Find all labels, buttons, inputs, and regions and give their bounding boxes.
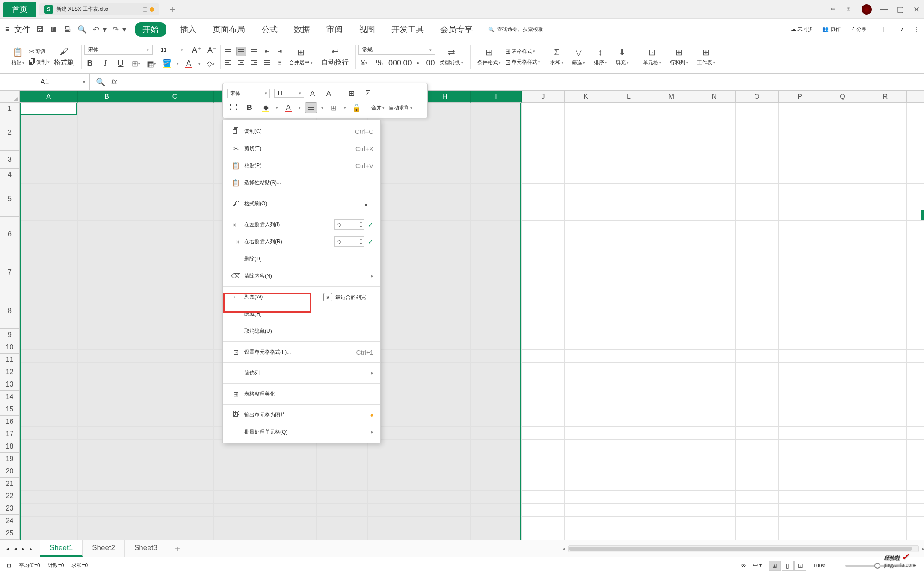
cell[interactable]	[214, 452, 265, 465]
sheet-nav-first[interactable]: |◂	[5, 546, 9, 552]
cell[interactable]	[864, 103, 907, 115]
undo-icon[interactable]: ↶	[93, 25, 99, 34]
cell[interactable]	[821, 440, 864, 452]
cell[interactable]	[607, 115, 650, 152]
cell[interactable]	[471, 414, 522, 427]
cell[interactable]	[864, 491, 907, 504]
cell[interactable]	[20, 388, 78, 401]
ctx-delete[interactable]: 删除(D)	[223, 250, 380, 267]
row-header-16[interactable]: 16	[0, 416, 20, 428]
cell[interactable]	[317, 491, 368, 504]
cell[interactable]	[693, 452, 736, 465]
cell[interactable]	[20, 363, 78, 375]
cell[interactable]	[565, 465, 607, 478]
cell[interactable]	[693, 414, 736, 427]
cell[interactable]	[607, 465, 650, 478]
cell[interactable]	[565, 152, 607, 171]
cell[interactable]	[736, 221, 779, 257]
cell[interactable]	[522, 529, 565, 540]
row-header-3[interactable]: 3	[0, 151, 20, 169]
cell[interactable]	[779, 337, 821, 350]
zoom-out-button[interactable]: —	[833, 563, 838, 569]
cell[interactable]	[419, 184, 471, 221]
cell[interactable]	[265, 478, 317, 491]
cell[interactable]	[471, 363, 522, 375]
ctx-export-img[interactable]: 🖼输出单元格为图片♦	[223, 406, 380, 423]
cell[interactable]	[650, 401, 693, 414]
sheet-tab-Sheet3[interactable]: Sheet3	[125, 540, 167, 557]
row-header-1[interactable]: 1	[0, 103, 20, 115]
cell[interactable]	[265, 504, 317, 517]
menu-tab-5[interactable]: 审阅	[324, 22, 345, 37]
cell[interactable]	[368, 517, 419, 529]
tab-home[interactable]: 首页	[3, 2, 36, 17]
justify-icon[interactable]	[262, 58, 272, 67]
cell[interactable]	[864, 257, 907, 300]
cell[interactable]	[471, 257, 522, 300]
print-preview-icon[interactable]: 🔍	[77, 25, 87, 34]
print-icon[interactable]: 🖶	[64, 25, 71, 34]
cell[interactable]	[565, 414, 607, 427]
menu-file[interactable]: 文件	[14, 24, 30, 35]
cell[interactable]	[736, 171, 779, 184]
cell[interactable]	[522, 478, 565, 491]
cell[interactable]	[565, 103, 607, 115]
ctx-clear[interactable]: ⌫清除内容(N)▸	[223, 267, 380, 284]
format-painter-icon[interactable]: 🖌	[60, 47, 68, 56]
search-input[interactable]: 🔍 查找命令、搜索模板	[488, 26, 543, 33]
sheet-nav-next[interactable]: ▸	[22, 546, 24, 552]
cell[interactable]	[650, 491, 693, 504]
cell[interactable]	[419, 300, 471, 337]
increase-decimal-icon[interactable]: .00→	[405, 57, 416, 68]
cell[interactable]	[565, 504, 607, 517]
cell[interactable]	[368, 452, 419, 465]
cell[interactable]	[650, 452, 693, 465]
cell[interactable]	[471, 504, 522, 517]
cell[interactable]	[419, 414, 471, 427]
cell[interactable]	[779, 504, 821, 517]
cell[interactable]	[907, 529, 924, 540]
cell[interactable]	[565, 350, 607, 363]
mini-increase-font-icon[interactable]: A⁺	[308, 88, 320, 99]
cell[interactable]	[565, 221, 607, 257]
col-header-R[interactable]: R	[864, 91, 907, 103]
cell[interactable]	[736, 257, 779, 300]
apps-icon[interactable]: ⊞	[846, 6, 854, 13]
cell[interactable]	[779, 184, 821, 221]
underline-button[interactable]: U	[115, 58, 126, 69]
col-header-B[interactable]: B	[78, 91, 136, 103]
insert-left-stepper[interactable]: ▲▼	[334, 219, 364, 230]
cell[interactable]	[907, 337, 924, 350]
cell[interactable]	[419, 401, 471, 414]
cut-button[interactable]: ✂ 剪切	[29, 47, 45, 56]
cell[interactable]	[522, 337, 565, 350]
cell[interactable]	[907, 115, 924, 152]
align-bottom-icon[interactable]	[249, 47, 259, 56]
number-format-select[interactable]: 常规▾	[358, 45, 435, 55]
menu-tab-0[interactable]: 开始	[135, 22, 166, 37]
cell[interactable]	[864, 388, 907, 401]
cell[interactable]	[607, 152, 650, 171]
cell[interactable]	[471, 491, 522, 504]
cell[interactable]	[419, 465, 471, 478]
fx-icon[interactable]: fx	[111, 77, 117, 86]
cell[interactable]	[821, 103, 864, 115]
cell[interactable]	[907, 414, 924, 427]
col-header-A[interactable]: A	[20, 91, 78, 103]
cell[interactable]	[20, 465, 78, 478]
close-button[interactable]: ✕	[912, 5, 921, 14]
cell[interactable]	[607, 171, 650, 184]
italic-button[interactable]: I	[100, 58, 111, 69]
cell[interactable]	[214, 491, 265, 504]
cell[interactable]	[650, 257, 693, 300]
status-mode-icon[interactable]: ⊡	[7, 563, 11, 569]
cell[interactable]	[471, 221, 522, 257]
cell[interactable]	[821, 363, 864, 375]
cell[interactable]	[864, 115, 907, 152]
cell[interactable]	[650, 517, 693, 529]
cell[interactable]	[522, 152, 565, 171]
cell[interactable]	[136, 401, 214, 414]
cell[interactable]	[419, 517, 471, 529]
cell[interactable]	[471, 478, 522, 491]
cell[interactable]	[693, 517, 736, 529]
